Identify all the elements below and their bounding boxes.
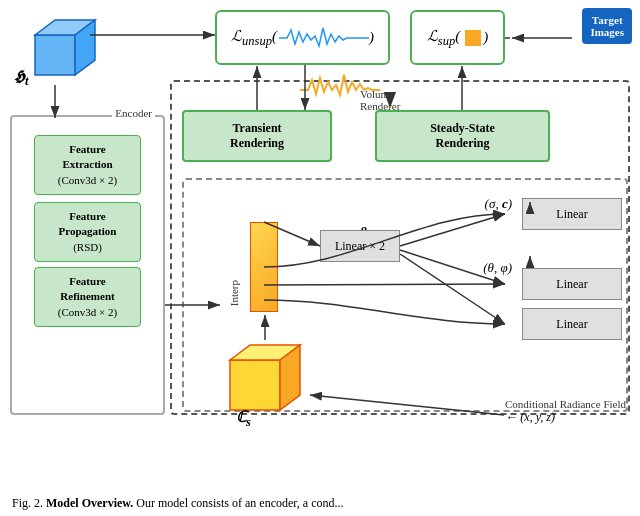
linear-top-label: Linear [556,207,587,222]
waveform-icon [279,24,369,52]
feature-extraction-label: FeatureExtraction(Conv3d × 2) [39,142,136,188]
loss-sup-box: ℒsup( ) [410,10,505,65]
xyz-label: ← (x, y, z) [505,410,555,425]
caption-fig: Fig. 2. [12,496,46,510]
transient-rendering-label: TransientRendering [230,121,284,151]
linear-box-bot: Linear [522,308,622,340]
steadystate-rendering-label: Steady-StateRendering [430,121,495,151]
linear-x2-box: Linear × 2 [320,230,400,262]
cs-label: ℂs [236,408,251,430]
linear-mid-label: Linear [556,277,587,292]
loss-sup-close: ) [483,29,488,46]
feature-refinement-label: FeatureRefinement(Conv3d × 2) [39,274,136,320]
caption-bold: Model Overview. [46,496,133,510]
loss-unsup-close: ) [369,29,374,46]
crf-label: Conditional Radiance Field [505,398,626,410]
ht-cube-svg [20,10,100,90]
encoder-label: Encoder [112,107,155,119]
cs-cube [220,340,310,419]
transient-rendering-box: TransientRendering [182,110,332,162]
yellow-rect [250,222,278,312]
cs-cube-svg [220,340,310,415]
linear-box-mid: Linear [522,268,622,300]
ht-cube [20,10,100,94]
steadystate-rendering-box: Steady-StateRendering [375,110,550,162]
svg-marker-3 [230,360,280,410]
feature-refinement-box: FeatureRefinement(Conv3d × 2) [34,267,141,327]
feature-extraction-box: FeatureExtraction(Conv3d × 2) [34,135,141,195]
linear-bot-label: Linear [556,317,587,332]
target-images-label: TargetImages [582,8,632,44]
interp-label: Interp [228,280,240,306]
wavy-line [300,70,380,104]
diagram-container: TargetImages ℒunsup( ) ℒsup( ) 𝕳t Encode… [0,0,640,480]
theta-phi-label: (θ, φ) [483,260,512,276]
linear-box-top: Linear [522,198,622,230]
caption-text: Our model consists of an encoder, a cond… [133,496,343,510]
loss-unsup-box: ℒunsup( ) [215,10,390,65]
ht-label: 𝕳t [14,68,28,89]
feature-propagation-box: FeaturePropagation(RSD) [34,202,141,262]
caption: Fig. 2. Model Overview. Our model consis… [0,490,640,516]
sigma-c-label: (σ, c) [485,196,512,212]
small-square-icon [465,30,481,46]
loss-sup-text: ℒsup( [427,27,460,49]
svg-marker-0 [35,35,75,75]
linear-x2-label: Linear × 2 [335,239,385,254]
encoder-box: Encoder FeatureExtraction(Conv3d × 2) Fe… [10,115,165,415]
loss-unsup-text: ℒunsup( [231,27,277,49]
feature-propagation-label: FeaturePropagation(RSD) [39,209,136,255]
